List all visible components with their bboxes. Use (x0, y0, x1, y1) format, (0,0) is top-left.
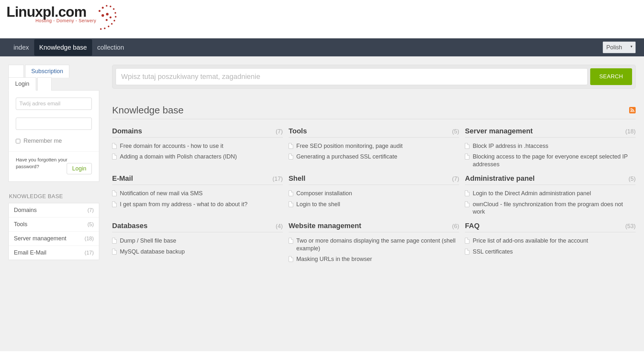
document-icon (289, 190, 293, 196)
email-field[interactable] (16, 98, 92, 110)
article-link[interactable]: Masking URLs in the browser (289, 254, 459, 265)
sidebar-tab-login[interactable]: Login (8, 77, 36, 91)
category-header[interactable]: E-Mail(17) (112, 174, 283, 185)
sidebar-item-count: (5) (87, 222, 94, 227)
rss-icon[interactable] (629, 107, 636, 113)
article-link[interactable]: Notification of new mail via SMS (112, 188, 283, 199)
sidebar-item-label: Server management (14, 235, 66, 242)
article-link[interactable]: Block IP address in .htaccess (465, 141, 636, 151)
category-header[interactable]: Databases(4) (112, 222, 283, 232)
category-block: Shell(7)Composer installationLogin to th… (289, 174, 459, 217)
remember-row: Remember me (16, 138, 92, 144)
remember-checkbox[interactable] (16, 139, 20, 143)
logo-dots-icon (98, 4, 117, 34)
sidebar-item-count: (17) (85, 250, 94, 256)
svg-point-5 (114, 12, 116, 14)
article-link[interactable]: Dump / Shell file base (112, 236, 283, 246)
category-count: (4) (276, 223, 283, 230)
nav-index[interactable]: index (8, 39, 34, 56)
document-icon (465, 190, 469, 196)
category-block: Domains(7)Free domain for accounts - how… (112, 127, 283, 170)
sidebar-item-label: Tools (14, 221, 27, 228)
category-count: (7) (452, 176, 459, 182)
search-button[interactable]: SEARCH (590, 68, 632, 85)
category-count: (5) (629, 176, 636, 182)
document-icon (465, 201, 469, 207)
forgot-password-link[interactable]: Have you forgotten your password? (16, 157, 67, 169)
svg-point-8 (111, 23, 112, 25)
svg-point-0 (99, 10, 101, 12)
svg-point-1 (102, 7, 104, 9)
article-link[interactable]: Composer installation (289, 188, 459, 199)
sidebar: Subscription Login Remember me Have you … (8, 65, 99, 260)
sidebar-item-server-mgmt[interactable]: Server management (18) (9, 232, 99, 246)
category-block: FAQ(53)Price list of add-ons available f… (465, 222, 636, 265)
nav-knowledge-base[interactable]: Knowledge base (34, 39, 92, 56)
password-field[interactable] (16, 118, 92, 130)
category-name: FAQ (465, 222, 479, 230)
article-title: Price list of add-ons available for the … (473, 237, 588, 245)
category-items: Free SEO position monitoring, page audit… (289, 141, 459, 162)
document-icon (289, 143, 293, 149)
document-icon (112, 249, 117, 255)
page-title-row: Knowledge base (112, 105, 636, 116)
category-name: Databases (112, 222, 148, 230)
svg-point-2 (106, 5, 107, 7)
language-selector-wrap: Polish (603, 42, 636, 53)
sidebar-tab-subscription[interactable]: Subscription (25, 65, 69, 78)
article-title: ownCloud - file synchronization from the… (473, 201, 636, 216)
article-link[interactable]: Free domain for accounts - how to use it (112, 141, 283, 151)
category-block: E-Mail(17)Notification of new mail via S… (112, 174, 283, 217)
article-link[interactable]: Generating a purchased SSL certificate (289, 151, 459, 162)
article-link[interactable]: I get spam from my address - what to do … (112, 199, 283, 210)
login-button[interactable]: Login (67, 163, 92, 174)
category-name: Website management (289, 222, 361, 230)
article-title: MySQL database backup (120, 248, 185, 255)
category-header[interactable]: Domains(7) (112, 127, 283, 138)
sidebar-item-tools[interactable]: Tools (5) (9, 217, 99, 232)
sidebar-tab-empty2[interactable] (37, 77, 52, 91)
category-header[interactable]: Website management(6) (289, 222, 459, 232)
sidebar-tab-empty[interactable] (8, 65, 24, 78)
article-title: SSL certificates (473, 248, 513, 255)
article-link[interactable]: Free SEO position monitoring, page audit (289, 141, 459, 151)
article-link[interactable]: Login to the shell (289, 199, 459, 210)
login-panel: Remember me Have you forgotten your pass… (8, 90, 99, 182)
sidebar-item-email[interactable]: Email E-Mail (17) (9, 246, 99, 260)
article-link[interactable]: Price list of add-ons available for the … (465, 236, 636, 246)
search-input[interactable] (116, 68, 588, 85)
logo[interactable]: Linuxpl.com Hosting - Domeny - Serwery (6, 4, 117, 34)
article-link[interactable]: Two or more domains displaying the same … (289, 236, 459, 254)
document-icon (465, 249, 469, 255)
svg-point-3 (110, 6, 111, 7)
article-title: Free SEO position monitoring, page audit (296, 142, 403, 150)
sidebar-top-tabs: Subscription (8, 65, 99, 78)
article-link[interactable]: MySQL database backup (112, 246, 283, 257)
article-link[interactable]: Login to the Direct Admin administration… (465, 188, 636, 199)
article-link[interactable]: SSL certificates (465, 246, 636, 257)
category-header[interactable]: Server management(18) (465, 127, 636, 138)
category-items: Two or more domains displaying the same … (289, 236, 459, 265)
remember-label: Remember me (24, 138, 62, 144)
category-block: Website management(6)Two or more domains… (289, 222, 459, 265)
category-header[interactable]: Administrative panel(5) (465, 174, 636, 185)
category-count: (6) (452, 223, 459, 230)
sidebar-kb-heading: KNOWLEDGE BASE (9, 193, 99, 200)
category-header[interactable]: FAQ(53) (465, 222, 636, 232)
document-icon (289, 256, 293, 262)
category-header[interactable]: Tools(5) (289, 127, 459, 138)
document-icon (465, 154, 469, 159)
article-title: Two or more domains displaying the same … (296, 237, 459, 252)
language-selector[interactable]: Polish (603, 42, 636, 53)
svg-point-13 (106, 13, 109, 15)
category-name: Server management (465, 127, 533, 135)
category-header[interactable]: Shell(7) (289, 174, 459, 185)
article-link[interactable]: ownCloud - file synchronization from the… (465, 199, 636, 217)
header: Linuxpl.com Hosting - Domeny - Serwery (0, 0, 644, 38)
article-link[interactable]: Adding a domain with Polish characters (… (112, 151, 283, 162)
article-link[interactable]: Blocking access to the page for everyone… (465, 151, 636, 170)
sidebar-item-domains[interactable]: Domains (7) (9, 203, 99, 217)
nav-collection[interactable]: collection (92, 39, 129, 56)
svg-point-11 (100, 28, 101, 30)
navbar: index Knowledge base collection Polish (0, 38, 644, 56)
